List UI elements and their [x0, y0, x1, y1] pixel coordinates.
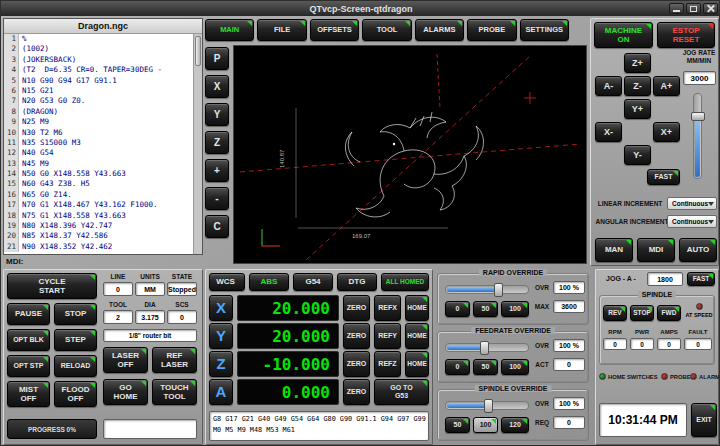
reload-button[interactable]: RELOAD [54, 355, 97, 377]
jog-x-minus-button[interactable]: X- [595, 122, 622, 142]
feed-0-button[interactable]: 0 [445, 359, 470, 375]
spindle-override-slider[interactable] [445, 401, 529, 410]
spindle-group-title: SPINDLE [638, 291, 676, 298]
tab[interactable]: OFFSETS [310, 19, 359, 41]
home-z-button[interactable]: HOME [405, 351, 429, 377]
jog-fast-button[interactable]: FAST [647, 169, 680, 185]
view-button[interactable]: C [205, 215, 229, 238]
ref-z-button[interactable]: REFZ [374, 351, 401, 377]
tab[interactable]: SETTINGS [520, 19, 569, 41]
wcs-dropdown[interactable]: WCS [209, 273, 245, 291]
rapid-50-button[interactable]: 50 [473, 301, 498, 317]
jog-y-plus-button[interactable]: Y+ [624, 99, 651, 119]
zero-z-button[interactable]: ZERO [343, 351, 370, 377]
exit-button[interactable]: EXIT [691, 403, 717, 437]
jog-a-minus-button[interactable]: A- [595, 76, 622, 96]
angular-increment-select[interactable]: Continuous [667, 215, 717, 228]
spindle-rev-button[interactable]: REV [603, 305, 627, 321]
spindle-120-button[interactable]: 120 [501, 417, 529, 433]
dtg-button[interactable]: DTG [337, 273, 377, 291]
gcode-line-text: N65 G0 Z14. [19, 190, 72, 200]
spindle-fwd-button[interactable]: FWD [657, 305, 681, 321]
machine-on-button[interactable]: MACHINE ON [594, 22, 653, 48]
jog-z-plus-button[interactable]: Z+ [624, 53, 651, 73]
optional-stop-button[interactable]: OPT STP [7, 355, 50, 377]
linear-increment-select[interactable]: Continuous [667, 197, 717, 210]
abs-button[interactable]: ABS [249, 273, 289, 291]
go-to-g53-button[interactable]: GO TO G53 [374, 379, 429, 405]
gcode-scrollbar[interactable] [193, 34, 202, 254]
mode-auto-button[interactable]: AUTO [679, 238, 717, 262]
tab[interactable]: PROBE [467, 19, 516, 41]
ref-x-button[interactable]: REFX [374, 295, 401, 321]
mdi-entry-field[interactable] [103, 419, 197, 439]
spindle-100-button[interactable]: 100 [473, 417, 498, 433]
rapid-override-slider[interactable] [445, 285, 529, 294]
jog-y-minus-button[interactable]: Y- [624, 145, 651, 165]
optional-block-button[interactable]: OPT BLK [7, 329, 50, 351]
rapid-100-button[interactable]: 100 [501, 301, 529, 317]
ref-y-button[interactable]: REFY [374, 323, 401, 349]
tab[interactable]: MAIN [205, 19, 254, 41]
pause-button[interactable]: PAUSE [7, 303, 50, 325]
slider-handle[interactable] [484, 399, 493, 413]
jog-rate-slider-handle[interactable] [691, 112, 705, 121]
view-button[interactable]: + [205, 159, 229, 182]
zero-a-button[interactable]: ZERO [343, 379, 370, 405]
tab[interactable]: FILE [257, 19, 306, 41]
touch-tool-button[interactable]: TOUCH TOOL [152, 379, 197, 405]
view-button[interactable]: Y [205, 103, 229, 126]
feed-100-button[interactable]: 100 [501, 359, 529, 375]
slider-handle[interactable] [480, 341, 489, 355]
estop-reset-button[interactable]: ESTOP RESET [657, 22, 715, 48]
view-button[interactable]: Z [205, 131, 229, 154]
jog-rate-slider[interactable] [693, 93, 702, 179]
axis-x-button[interactable]: X [209, 295, 233, 321]
jog-rate-value[interactable]: 3000 [683, 71, 716, 85]
feed-override-slider[interactable] [445, 343, 529, 352]
jog-z-minus-button[interactable]: Z- [624, 76, 651, 96]
gcode-line: 14 N50 G0 X148.558 Y43.663 [4, 169, 193, 179]
zero-y-button[interactable]: ZERO [343, 323, 370, 349]
amps-value: 0 [657, 338, 681, 350]
zero-x-button[interactable]: ZERO [343, 295, 370, 321]
tab[interactable]: TOOL [362, 19, 411, 41]
axis-y-button[interactable]: Y [209, 323, 233, 349]
jog-a-fast-button[interactable]: FAST [687, 272, 715, 286]
close-button[interactable] [703, 3, 718, 14]
rapid-0-button[interactable]: 0 [445, 301, 470, 317]
tab[interactable]: ALARMS [415, 19, 464, 41]
ref-laser-button[interactable]: REF LASER [152, 347, 197, 373]
step-button[interactable]: STEP [54, 329, 97, 351]
laser-button[interactable]: LASER OFF [103, 347, 148, 373]
axis-z-button[interactable]: Z [209, 351, 233, 377]
mist-button[interactable]: MIST OFF [7, 381, 50, 407]
go-home-button[interactable]: GO HOME [103, 379, 148, 405]
jog-x-plus-button[interactable]: X+ [653, 122, 680, 142]
jog-a-rate-value[interactable]: 1800 [647, 272, 683, 286]
home-y-button[interactable]: HOME [405, 323, 429, 349]
stop-button[interactable]: STOP [54, 303, 97, 325]
jog-a-plus-button[interactable]: A+ [653, 76, 680, 96]
maximize-button[interactable] [686, 3, 701, 14]
mode-man-button[interactable]: MAN [595, 238, 633, 262]
gcode-preview[interactable]: 169.07 140.87 [233, 45, 587, 264]
gcode-scrollbar-thumb[interactable] [195, 36, 201, 66]
view-button[interactable]: X [205, 75, 229, 98]
view-button[interactable]: - [205, 187, 229, 210]
feed-50-button[interactable]: 50 [473, 359, 498, 375]
minimize-button[interactable] [669, 3, 684, 14]
slider-handle[interactable] [494, 283, 503, 297]
flood-button[interactable]: FLOOD OFF [54, 381, 97, 407]
mode-mdi-button[interactable]: MDI [637, 238, 675, 262]
spindle-50-button[interactable]: 50 [445, 417, 470, 433]
cycle-start-button[interactable]: CYCLE START [7, 273, 97, 299]
view-button[interactable]: P [205, 47, 229, 70]
gcode-filename: Dragon.ngc [4, 19, 202, 34]
spindle-stop-button[interactable]: STOP [630, 305, 654, 321]
titlebar[interactable]: QTvcp-Screen-qtdragon [1, 1, 720, 16]
axis-a-button[interactable]: A [209, 379, 233, 405]
home-x-button[interactable]: HOME [405, 295, 429, 321]
gcode-editor[interactable]: 1 % 2 (1002) 3 (JOKERSBACK) 4 (T2 D=6.35… [4, 34, 193, 254]
g54-button[interactable]: G54 [293, 273, 333, 291]
